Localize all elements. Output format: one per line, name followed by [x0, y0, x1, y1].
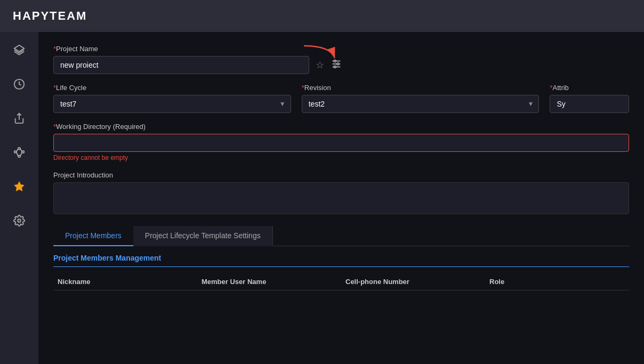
col-role: Role	[485, 278, 629, 286]
revision-label: *Revision	[302, 84, 540, 92]
working-dir-error: Directory cannot be empty	[53, 154, 629, 161]
project-name-label: *Project Name	[53, 45, 629, 53]
svg-rect-5	[18, 156, 20, 158]
col-nickname: Nickname	[53, 278, 197, 286]
network-icon[interactable]	[10, 143, 29, 162]
svg-rect-3	[14, 151, 17, 153]
lifecycle-revision-row: *Life Cycle test7 ▼ *Revision test2	[53, 84, 629, 113]
revision-field-col: *Revision test2 ▼	[302, 84, 540, 113]
members-management-title: Project Members Management	[53, 246, 629, 267]
sidebar	[0, 32, 38, 364]
svg-point-19	[334, 66, 336, 68]
attrib-select[interactable]: Sy	[550, 95, 629, 113]
tab-project-members[interactable]: Project Members	[53, 226, 133, 246]
working-dir-input[interactable]	[53, 134, 629, 152]
tab-lifecycle-template[interactable]: Project Lifecycle Template Settings	[133, 226, 273, 246]
svg-point-18	[337, 63, 339, 65]
share-icon[interactable]	[10, 109, 29, 128]
svg-marker-11	[14, 182, 24, 191]
svg-rect-6	[22, 151, 25, 153]
col-phone: Cell-phone Number	[341, 278, 485, 286]
sliders-annotation	[331, 58, 342, 72]
revision-select-wrapper: test2 ▼	[302, 95, 540, 113]
svg-point-17	[334, 60, 336, 62]
star-sidebar-icon[interactable]	[10, 177, 29, 196]
lifecycle-select-wrapper: test7 ▼	[53, 95, 291, 113]
svg-line-9	[20, 149, 22, 152]
lifecycle-select[interactable]: test7	[53, 95, 291, 113]
project-intro-section: Project Introduction	[53, 171, 629, 216]
project-intro-label: Project Introduction	[53, 171, 629, 179]
header: HAPYTEAM	[0, 0, 644, 32]
svg-line-10	[20, 152, 22, 156]
project-name-input[interactable]	[53, 56, 309, 74]
project-intro-textarea[interactable]	[53, 182, 629, 214]
svg-line-7	[17, 149, 19, 152]
table-header: Nickname Member User Name Cell-phone Num…	[53, 273, 629, 290]
lifecycle-field-col: *Life Cycle test7 ▼	[53, 84, 291, 113]
working-dir-section: *Working Directory (Required) Directory …	[53, 123, 629, 161]
sliders-icon[interactable]	[331, 61, 342, 72]
members-management-section: Project Members Management Nickname Memb…	[53, 246, 629, 290]
attrib-select-wrapper: Sy	[550, 95, 629, 113]
layers-icon[interactable]	[10, 41, 29, 60]
svg-rect-4	[18, 148, 20, 150]
clock-icon[interactable]	[10, 75, 29, 94]
favorite-star-icon[interactable]: ☆	[316, 59, 324, 71]
revision-select[interactable]: test2	[302, 95, 540, 113]
app-logo: HAPYTEAM	[13, 9, 87, 23]
content-area: *Project Name ☆	[38, 32, 644, 364]
attrib-label: *Attrib	[550, 84, 629, 92]
lifecycle-label: *Life Cycle	[53, 84, 291, 92]
svg-line-8	[17, 152, 19, 156]
working-dir-label: *Working Directory (Required)	[53, 123, 629, 131]
col-username: Member User Name	[197, 278, 341, 286]
svg-point-12	[18, 219, 21, 222]
tabs-bar: Project Members Project Lifecycle Templa…	[53, 226, 629, 246]
main-layout: *Project Name ☆	[0, 32, 644, 364]
project-name-row: ☆	[53, 56, 629, 74]
settings-icon[interactable]	[10, 211, 29, 230]
attrib-field-col: *Attrib Sy	[550, 84, 629, 113]
project-name-section: *Project Name ☆	[53, 45, 629, 74]
